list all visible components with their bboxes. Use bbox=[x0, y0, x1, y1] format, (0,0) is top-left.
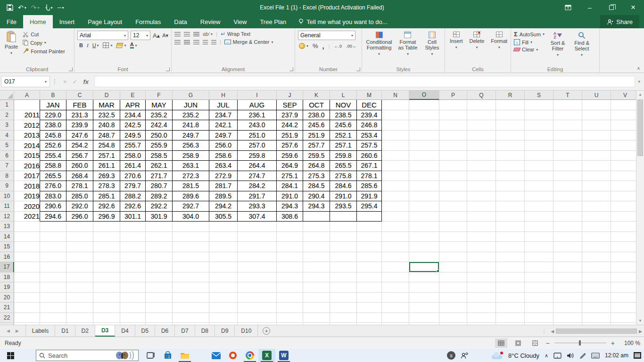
cell-E14[interactable] bbox=[120, 232, 146, 242]
cell-B14[interactable] bbox=[40, 232, 66, 242]
cell-R13[interactable] bbox=[496, 222, 525, 232]
zoom-in-icon[interactable]: + bbox=[611, 339, 615, 347]
cell-A11[interactable]: 2020 bbox=[14, 201, 40, 212]
cell-I15[interactable] bbox=[238, 242, 277, 252]
cell-B21[interactable] bbox=[40, 303, 66, 313]
touch-mode-icon[interactable]: ▾ bbox=[44, 4, 53, 11]
cell-P12[interactable] bbox=[439, 212, 467, 222]
format-painter-button[interactable]: Format Painter bbox=[23, 48, 65, 54]
tab-home[interactable]: Home bbox=[23, 15, 53, 28]
cell-M9[interactable]: 285.6 bbox=[357, 181, 382, 191]
column-header-G[interactable]: G bbox=[173, 90, 209, 100]
cell-U9[interactable] bbox=[582, 181, 611, 191]
align-bottom-icon[interactable] bbox=[193, 32, 199, 36]
align-center-icon[interactable] bbox=[184, 40, 190, 44]
cell-F10[interactable]: 289.2 bbox=[146, 191, 173, 202]
cell-U22[interactable] bbox=[582, 313, 611, 323]
cell-B19[interactable] bbox=[40, 282, 66, 293]
column-header-B[interactable]: B bbox=[40, 90, 66, 100]
cell-L6[interactable]: 259.8 bbox=[330, 151, 357, 161]
cell-P13[interactable] bbox=[439, 222, 467, 232]
undo-icon[interactable]: ↶▾ bbox=[18, 4, 26, 11]
cell-Q18[interactable] bbox=[467, 272, 496, 283]
cell-A15[interactable] bbox=[14, 242, 40, 252]
cell-O9[interactable] bbox=[409, 181, 439, 191]
cell-P3[interactable] bbox=[439, 120, 467, 131]
cell-U19[interactable] bbox=[582, 282, 611, 293]
cell-J21[interactable] bbox=[277, 303, 303, 313]
cell-G5[interactable]: 256.3 bbox=[173, 140, 209, 151]
cell-K10[interactable]: 290.4 bbox=[303, 191, 330, 202]
cell-I10[interactable]: 291.7 bbox=[238, 191, 277, 202]
cell-R15[interactable] bbox=[496, 242, 525, 252]
cell-A1[interactable] bbox=[14, 100, 40, 110]
cell-I20[interactable] bbox=[238, 293, 277, 303]
row-header-8[interactable]: 8 bbox=[0, 171, 14, 181]
cell-G19[interactable] bbox=[173, 282, 209, 293]
format-as-table-button[interactable]: Format as Table▾ bbox=[396, 31, 420, 65]
cell-R8[interactable] bbox=[496, 171, 525, 181]
cell-Q20[interactable] bbox=[467, 293, 496, 303]
cell-V15[interactable] bbox=[611, 242, 640, 252]
cell-P20[interactable] bbox=[439, 293, 467, 303]
cell-P16[interactable] bbox=[439, 252, 467, 263]
clock[interactable]: 12:02 am bbox=[605, 352, 628, 359]
cell-K1[interactable]: OCT bbox=[303, 100, 330, 110]
cell-Q22[interactable] bbox=[467, 313, 496, 323]
cell-Q5[interactable] bbox=[467, 140, 496, 151]
cell-F1[interactable]: MAY bbox=[146, 100, 173, 110]
scroll-up-icon[interactable]: ▲ bbox=[636, 90, 644, 99]
sheet-nav-left-icon[interactable]: ◀ bbox=[7, 329, 10, 333]
column-header-C[interactable]: C bbox=[66, 90, 93, 100]
enter-icon[interactable]: ✓ bbox=[73, 78, 78, 85]
cell-S17[interactable] bbox=[525, 262, 553, 272]
cell-S18[interactable] bbox=[525, 272, 553, 283]
column-header-M[interactable]: M bbox=[357, 90, 382, 100]
cell-P1[interactable] bbox=[439, 100, 467, 110]
cell-M2[interactable]: 239.4 bbox=[357, 110, 382, 121]
cell-G7[interactable]: 263.1 bbox=[173, 161, 209, 171]
cell-R21[interactable] bbox=[496, 303, 525, 313]
cell-M11[interactable]: 295.4 bbox=[357, 201, 382, 212]
cell-M4[interactable]: 253.4 bbox=[357, 131, 382, 141]
row-header-10[interactable]: 10 bbox=[0, 191, 14, 202]
column-header-P[interactable]: P bbox=[439, 90, 467, 100]
start-button[interactable] bbox=[0, 349, 21, 362]
font-dialog-launcher[interactable] bbox=[166, 67, 170, 71]
cell-U2[interactable] bbox=[582, 110, 611, 121]
cell-A3[interactable]: 2012 bbox=[14, 120, 40, 131]
cell-G16[interactable] bbox=[173, 252, 209, 263]
cell-O18[interactable] bbox=[409, 272, 439, 283]
cell-T14[interactable] bbox=[553, 232, 582, 242]
cell-V16[interactable] bbox=[611, 252, 640, 263]
cell-B1[interactable]: JAN bbox=[40, 100, 66, 110]
cell-B22[interactable] bbox=[40, 313, 66, 323]
cell-G11[interactable]: 292.7 bbox=[173, 201, 209, 212]
cell-B2[interactable]: 229.0 bbox=[40, 110, 66, 121]
increase-decimal-icon[interactable]: ←.0 bbox=[334, 44, 342, 49]
cell-B12[interactable]: 294.6 bbox=[40, 212, 66, 222]
cell-J13[interactable] bbox=[277, 222, 303, 232]
tab-page-layout[interactable]: Page Layout bbox=[81, 15, 129, 28]
cell-B9[interactable]: 276.0 bbox=[40, 181, 66, 191]
cell-O12[interactable] bbox=[409, 212, 439, 222]
cell-D2[interactable]: 232.5 bbox=[93, 110, 120, 121]
row-header-14[interactable]: 14 bbox=[0, 232, 14, 242]
cell-H7[interactable]: 263.4 bbox=[209, 161, 238, 171]
cell-G17[interactable] bbox=[173, 262, 209, 272]
cell-E19[interactable] bbox=[120, 282, 146, 293]
cell-R5[interactable] bbox=[496, 140, 525, 151]
cell-S12[interactable] bbox=[525, 212, 553, 222]
cell-C6[interactable]: 256.7 bbox=[66, 151, 93, 161]
cell-S22[interactable] bbox=[525, 313, 553, 323]
cell-S5[interactable] bbox=[525, 140, 553, 151]
cell-I4[interactable]: 251.0 bbox=[238, 131, 277, 141]
cell-S19[interactable] bbox=[525, 282, 553, 293]
cell-U8[interactable] bbox=[582, 171, 611, 181]
cell-T6[interactable] bbox=[553, 151, 582, 161]
font-color-icon[interactable]: A bbox=[130, 42, 134, 49]
cell-L4[interactable]: 252.1 bbox=[330, 131, 357, 141]
cell-K15[interactable] bbox=[303, 242, 330, 252]
row-header-1[interactable]: 1 bbox=[0, 100, 14, 110]
cell-N5[interactable] bbox=[382, 140, 409, 151]
